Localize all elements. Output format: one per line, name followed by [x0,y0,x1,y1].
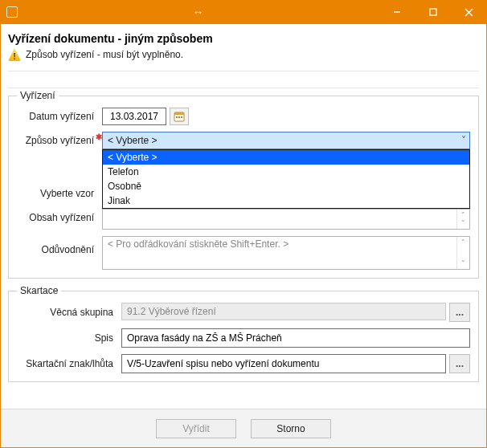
spin-up-icon[interactable]: ˄ [461,238,465,246]
calendar-icon [174,111,185,122]
select-zpusob-vyrizeni[interactable]: < Vyberte > ˅ < Vyberte > Telefon Osobně… [102,132,470,149]
group-vyrizeni-legend: Vyřízení [17,90,59,101]
window-maximize-button[interactable] [415,0,451,24]
label-skartacni-znak: Skartační znak/lhůta [17,355,121,373]
spin-down-icon[interactable]: ˅ [461,219,465,227]
input-spis[interactable] [121,328,470,348]
input-datum-vyrizeni[interactable] [102,108,166,125]
validation-warning: Způsob vyřízení - musí být vyplněno. [8,48,479,66]
label-vecna-skupina: Věcná skupina [17,303,121,321]
label-spis: Spis [17,329,121,347]
svg-rect-2 [174,112,184,115]
group-skartace-legend: Skartace [17,285,61,296]
input-obsah-vyrizeni[interactable]: ˄ ˅ [102,209,470,230]
group-skartace: Skartace Věcná skupina 91.2 Výběrové říz… [8,285,479,382]
input-oduvodneni[interactable]: < Pro odřádkování stiskněte Shift+Enter.… [102,236,470,270]
required-icon: ✱ [94,128,102,136]
warning-text: Způsob vyřízení - musí být vyplněno. [26,49,183,60]
app-icon [6,6,18,18]
header-divider [8,71,479,88]
option-jinak[interactable]: Jinak [103,193,469,208]
label-oduvodneni: Odůvodnění [17,236,102,259]
label-vyberte-vzor: Vyberte vzor [17,185,102,202]
titlebar-resize-glyph: ↔ [193,6,204,18]
select-zpusob-dropdown: < Vyberte > Telefon Osobně Jinak [102,149,470,209]
cancel-button[interactable]: Storno [251,419,331,438]
browse-znak-button[interactable]: ... [449,354,470,373]
submit-button[interactable]: Vyřídit [156,419,236,438]
chevron-down-icon: ˅ [461,135,466,146]
calendar-button[interactable] [170,108,189,125]
label-zpusob-vyrizeni: Způsob vyřízení ✱ [17,132,102,149]
warning-icon [8,48,21,61]
select-zpusob-value: < Vyberte > [108,135,158,146]
svg-rect-4 [178,116,180,118]
field-vecna-skupina: 91.2 Výběrové řízení [121,303,446,320]
window-close-button[interactable] [451,0,487,24]
spin-down-icon[interactable]: ˅ [461,259,465,267]
option-telefon[interactable]: Telefon [103,165,469,179]
option-osobne[interactable]: Osobně [103,179,469,193]
oduvodneni-placeholder: < Pro odřádkování stiskněte Shift+Enter.… [103,237,456,269]
dialog-header: Vyřízení dokumentu - jiným způsobem Způs… [0,24,487,88]
dialog-footer: Vyřídit Storno [1,409,486,447]
browse-vecna-button[interactable]: ... [449,303,470,322]
svg-rect-3 [176,116,178,118]
input-skartacni-znak[interactable] [121,354,446,373]
label-obsah-vyrizeni: Obsah vyřízení [17,209,102,226]
dialog-title: Vyřízení dokumentu - jiným způsobem [8,32,479,45]
window-minimize-button[interactable] [379,0,415,24]
titlebar: ↔ [0,0,487,24]
option-vyberte[interactable]: < Vyberte > [103,150,469,165]
spin-up-icon[interactable]: ˄ [461,211,465,219]
svg-rect-5 [181,116,182,118]
svg-rect-0 [430,9,436,15]
group-vyrizeni: Vyřízení Datum vyřízení Způsob vyř [8,90,479,279]
label-datum-vyrizeni: Datum vyřízení [17,108,102,125]
